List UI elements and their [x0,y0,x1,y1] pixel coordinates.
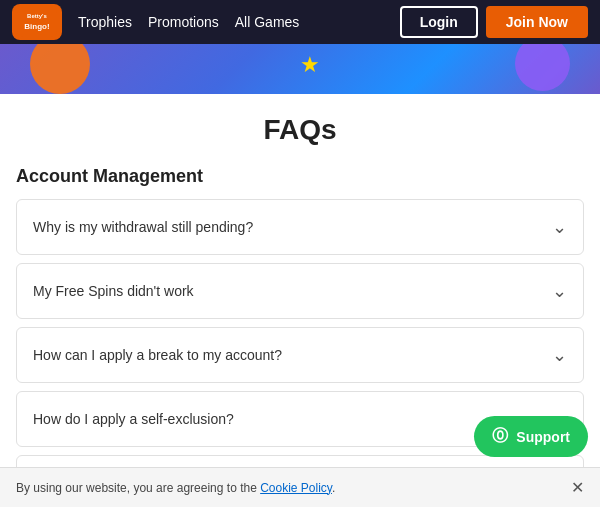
banner-star: ★ [300,52,320,78]
chevron-down-icon: ⌄ [552,280,567,302]
cookie-text: By using our website, you are agreeing t… [16,481,559,495]
cookie-close-button[interactable]: ✕ [571,478,584,497]
logo[interactable]: Betty's Bingo! [12,4,62,40]
cookie-text-prefix: By using our website, you are agreeing t… [16,481,260,495]
faq-question-q2: My Free Spins didn't work [33,283,194,299]
banner-circle-right [515,44,570,91]
banner-circle-left [30,44,90,94]
cookie-text-suffix: . [332,481,335,495]
nav-all-games[interactable]: All Games [235,14,300,30]
nav-buttons: Login Join Now [400,6,588,38]
svg-text:Betty's: Betty's [27,13,47,19]
cookie-banner: By using our website, you are agreeing t… [0,467,600,507]
nav-links: Trophies Promotions All Games [78,14,384,30]
nav-trophies[interactable]: Trophies [78,14,132,30]
banner-strip: ★ [0,44,600,94]
faq-list: Why is my withdrawal still pending?⌄My F… [16,199,584,507]
navbar: Betty's Bingo! Trophies Promotions All G… [0,0,600,44]
faq-item-q2[interactable]: My Free Spins didn't work⌄ [16,263,584,319]
support-icon: ⓪ [492,426,508,447]
faq-question-q3: How can I apply a break to my account? [33,347,282,363]
section-title: Account Management [16,166,584,187]
faq-question-q4: How do I apply a self-exclusion? [33,411,234,427]
nav-promotions[interactable]: Promotions [148,14,219,30]
support-button[interactable]: ⓪ Support [474,416,588,457]
login-button[interactable]: Login [400,6,478,38]
faq-question-q1: Why is my withdrawal still pending? [33,219,253,235]
svg-text:Bingo!: Bingo! [24,22,49,31]
chevron-down-icon: ⌄ [552,216,567,238]
cookie-policy-link[interactable]: Cookie Policy [260,481,332,495]
join-button[interactable]: Join Now [486,6,588,38]
support-label: Support [516,429,570,445]
faq-item-q3[interactable]: How can I apply a break to my account?⌄ [16,327,584,383]
page-title: FAQs [16,114,584,146]
chevron-down-icon: ⌄ [552,344,567,366]
faq-item-q1[interactable]: Why is my withdrawal still pending?⌄ [16,199,584,255]
